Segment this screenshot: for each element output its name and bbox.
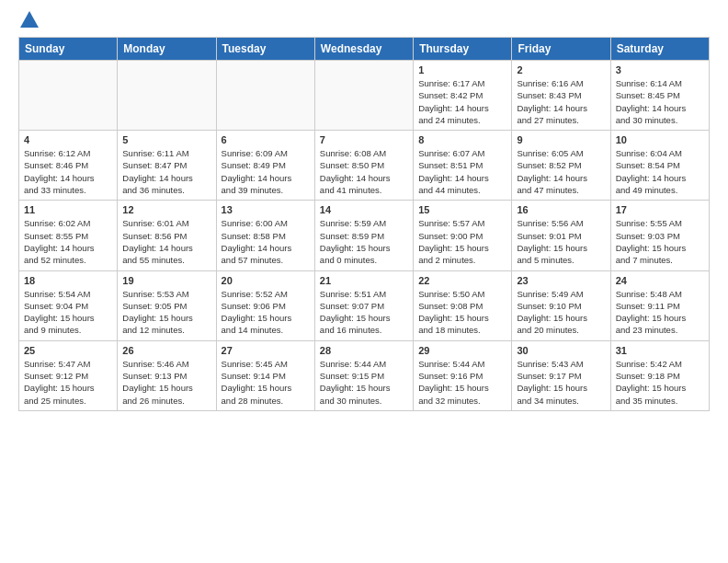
calendar-cell: 29Sunrise: 5:44 AM Sunset: 9:16 PM Dayli… (414, 340, 512, 410)
calendar-cell: 10Sunrise: 6:04 AM Sunset: 8:54 PM Dayli… (610, 131, 709, 201)
calendar-cell: 13Sunrise: 6:00 AM Sunset: 8:58 PM Dayli… (216, 201, 314, 270)
day-info: Sunrise: 5:57 AM Sunset: 9:00 PM Dayligh… (418, 217, 506, 266)
day-info: Sunrise: 5:43 AM Sunset: 9:17 PM Dayligh… (517, 358, 605, 407)
day-info: Sunrise: 6:14 AM Sunset: 8:45 PM Dayligh… (616, 77, 704, 126)
calendar-cell: 18Sunrise: 5:54 AM Sunset: 9:04 PM Dayli… (19, 270, 118, 340)
day-info: Sunrise: 5:45 AM Sunset: 9:14 PM Dayligh… (222, 358, 310, 407)
day-number: 11 (24, 204, 112, 215)
day-info: Sunrise: 5:51 AM Sunset: 9:07 PM Dayligh… (320, 288, 408, 337)
calendar-cell: 4Sunrise: 6:12 AM Sunset: 8:46 PM Daylig… (19, 131, 118, 201)
calendar-cell: 3Sunrise: 6:14 AM Sunset: 8:45 PM Daylig… (610, 61, 709, 131)
day-info: Sunrise: 6:17 AM Sunset: 8:42 PM Dayligh… (418, 77, 506, 126)
calendar-cell: 14Sunrise: 5:59 AM Sunset: 8:59 PM Dayli… (314, 201, 413, 270)
calendar-cell: 5Sunrise: 6:11 AM Sunset: 8:47 PM Daylig… (118, 131, 216, 201)
day-number: 3 (616, 64, 704, 75)
day-number: 7 (320, 134, 408, 145)
day-number: 20 (222, 275, 310, 286)
day-number: 4 (24, 134, 112, 145)
day-info: Sunrise: 5:53 AM Sunset: 9:05 PM Dayligh… (122, 288, 210, 337)
calendar-cell (118, 61, 216, 131)
day-info: Sunrise: 5:48 AM Sunset: 9:11 PM Dayligh… (616, 288, 704, 337)
day-number: 9 (517, 134, 605, 145)
calendar-cell: 15Sunrise: 5:57 AM Sunset: 9:00 PM Dayli… (414, 201, 512, 270)
calendar-cell: 21Sunrise: 5:51 AM Sunset: 9:07 PM Dayli… (314, 270, 413, 340)
day-info: Sunrise: 5:46 AM Sunset: 9:13 PM Dayligh… (122, 358, 210, 407)
day-number: 22 (418, 275, 506, 286)
logo-text (18, 15, 39, 28)
day-info: Sunrise: 6:12 AM Sunset: 8:46 PM Dayligh… (24, 147, 112, 196)
day-number: 16 (517, 204, 605, 215)
day-number: 19 (122, 275, 210, 286)
calendar-cell: 19Sunrise: 5:53 AM Sunset: 9:05 PM Dayli… (118, 270, 216, 340)
day-number: 6 (222, 134, 310, 145)
calendar-cell: 20Sunrise: 5:52 AM Sunset: 9:06 PM Dayli… (216, 270, 314, 340)
logo-triangle-icon (20, 11, 39, 28)
day-info: Sunrise: 5:52 AM Sunset: 9:06 PM Dayligh… (222, 288, 310, 337)
day-number: 27 (222, 345, 310, 356)
day-number: 18 (24, 275, 112, 286)
day-info: Sunrise: 5:50 AM Sunset: 9:08 PM Dayligh… (418, 288, 506, 337)
day-info: Sunrise: 6:09 AM Sunset: 8:49 PM Dayligh… (222, 147, 310, 196)
day-number: 30 (517, 345, 605, 356)
day-number: 31 (616, 345, 704, 356)
calendar-cell: 11Sunrise: 6:02 AM Sunset: 8:55 PM Dayli… (19, 201, 118, 270)
day-number: 28 (320, 345, 408, 356)
weekday-header-saturday: Saturday (610, 38, 709, 61)
calendar-cell: 31Sunrise: 5:42 AM Sunset: 9:18 PM Dayli… (610, 340, 709, 410)
calendar-cell (314, 61, 413, 131)
day-number: 23 (517, 275, 605, 286)
calendar-cell: 27Sunrise: 5:45 AM Sunset: 9:14 PM Dayli… (216, 340, 314, 410)
day-number: 14 (320, 204, 408, 215)
calendar-week-4: 18Sunrise: 5:54 AM Sunset: 9:04 PM Dayli… (19, 270, 710, 340)
calendar-cell (19, 61, 118, 131)
day-info: Sunrise: 5:44 AM Sunset: 9:15 PM Dayligh… (320, 358, 408, 407)
day-number: 13 (222, 204, 310, 215)
calendar-cell: 12Sunrise: 6:01 AM Sunset: 8:56 PM Dayli… (118, 201, 216, 270)
weekday-header-sunday: Sunday (19, 38, 118, 61)
calendar-cell: 8Sunrise: 6:07 AM Sunset: 8:51 PM Daylig… (414, 131, 512, 201)
day-info: Sunrise: 5:59 AM Sunset: 8:59 PM Dayligh… (320, 217, 408, 266)
day-info: Sunrise: 6:04 AM Sunset: 8:54 PM Dayligh… (616, 147, 704, 196)
weekday-header-monday: Monday (118, 38, 216, 61)
page: SundayMondayTuesdayWednesdayThursdayFrid… (0, 0, 728, 426)
day-info: Sunrise: 5:56 AM Sunset: 9:01 PM Dayligh… (517, 217, 605, 266)
day-number: 8 (418, 134, 506, 145)
day-info: Sunrise: 6:08 AM Sunset: 8:50 PM Dayligh… (320, 147, 408, 196)
day-info: Sunrise: 6:00 AM Sunset: 8:58 PM Dayligh… (222, 217, 310, 266)
calendar-cell: 30Sunrise: 5:43 AM Sunset: 9:17 PM Dayli… (512, 340, 610, 410)
day-info: Sunrise: 6:01 AM Sunset: 8:56 PM Dayligh… (122, 217, 210, 266)
calendar-week-2: 4Sunrise: 6:12 AM Sunset: 8:46 PM Daylig… (19, 131, 710, 201)
weekday-header-wednesday: Wednesday (314, 38, 413, 61)
calendar-week-3: 11Sunrise: 6:02 AM Sunset: 8:55 PM Dayli… (19, 201, 710, 270)
calendar-cell: 23Sunrise: 5:49 AM Sunset: 9:10 PM Dayli… (512, 270, 610, 340)
calendar-cell: 26Sunrise: 5:46 AM Sunset: 9:13 PM Dayli… (118, 340, 216, 410)
day-number: 5 (122, 134, 210, 145)
calendar-cell: 22Sunrise: 5:50 AM Sunset: 9:08 PM Dayli… (414, 270, 512, 340)
calendar-cell: 17Sunrise: 5:55 AM Sunset: 9:03 PM Dayli… (610, 201, 709, 270)
calendar-cell: 25Sunrise: 5:47 AM Sunset: 9:12 PM Dayli… (19, 340, 118, 410)
weekday-header-thursday: Thursday (414, 38, 512, 61)
day-info: Sunrise: 5:55 AM Sunset: 9:03 PM Dayligh… (616, 217, 704, 266)
day-number: 26 (122, 345, 210, 356)
calendar-header-row: SundayMondayTuesdayWednesdayThursdayFrid… (19, 38, 710, 61)
day-number: 29 (418, 345, 506, 356)
calendar-cell: 1Sunrise: 6:17 AM Sunset: 8:42 PM Daylig… (414, 61, 512, 131)
calendar-cell: 24Sunrise: 5:48 AM Sunset: 9:11 PM Dayli… (610, 270, 709, 340)
calendar-cell: 6Sunrise: 6:09 AM Sunset: 8:49 PM Daylig… (216, 131, 314, 201)
day-info: Sunrise: 6:11 AM Sunset: 8:47 PM Dayligh… (122, 147, 210, 196)
day-number: 12 (122, 204, 210, 215)
calendar-cell: 9Sunrise: 6:05 AM Sunset: 8:52 PM Daylig… (512, 131, 610, 201)
calendar-cell: 16Sunrise: 5:56 AM Sunset: 9:01 PM Dayli… (512, 201, 610, 270)
calendar-cell (216, 61, 314, 131)
day-number: 25 (24, 345, 112, 356)
day-number: 1 (418, 64, 506, 75)
calendar-table: SundayMondayTuesdayWednesdayThursdayFrid… (18, 37, 710, 411)
day-info: Sunrise: 5:49 AM Sunset: 9:10 PM Dayligh… (517, 288, 605, 337)
day-info: Sunrise: 5:44 AM Sunset: 9:16 PM Dayligh… (418, 358, 506, 407)
logo (18, 15, 39, 28)
day-number: 10 (616, 134, 704, 145)
day-info: Sunrise: 5:54 AM Sunset: 9:04 PM Dayligh… (24, 288, 112, 337)
header (18, 15, 710, 28)
day-number: 15 (418, 204, 506, 215)
day-info: Sunrise: 5:42 AM Sunset: 9:18 PM Dayligh… (616, 358, 704, 407)
